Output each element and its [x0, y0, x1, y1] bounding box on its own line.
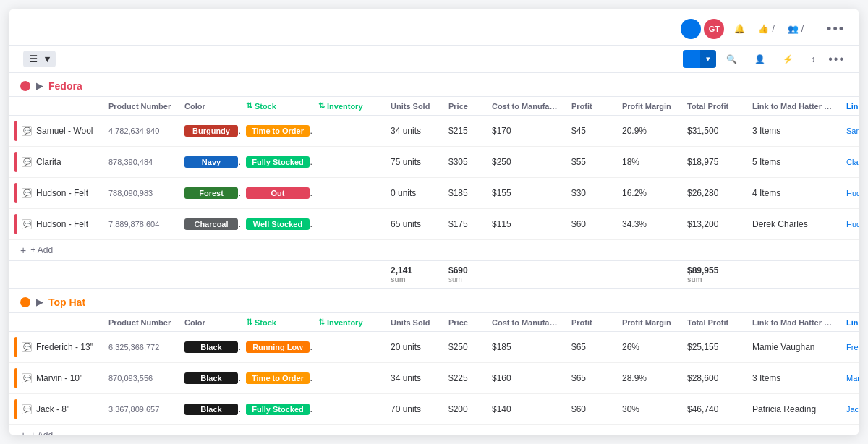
cell-units-sold: 65 units — [385, 214, 443, 234]
cell-profit-margin: 34.3% — [616, 214, 681, 234]
cell-price: $215 — [443, 121, 486, 141]
cell-profit-margin: 16.2% — [616, 183, 681, 203]
cell-stock[interactable]: Time to Order — [240, 367, 312, 389]
cell-color: Navy — [179, 151, 240, 173]
stock-pill[interactable]: Fully Stocked — [246, 404, 310, 415]
header-more-icon[interactable]: ••• — [827, 22, 845, 37]
cell-link-hatter: Frederich - 13" — [841, 338, 859, 357]
cell-stock[interactable]: Running Low — [240, 336, 312, 358]
stock-pill[interactable]: Time to Order — [246, 372, 310, 384]
stock-pill[interactable]: Running Low — [246, 341, 310, 353]
color-pill[interactable]: Black — [184, 404, 238, 415]
col-header-color: Color — [179, 314, 240, 331]
cell-product-num: 878,390,484 — [103, 153, 179, 171]
chat-icon[interactable]: 💬 — [22, 126, 32, 136]
person-icon: 👤 — [754, 54, 765, 64]
chat-icon[interactable]: 💬 — [22, 188, 32, 198]
stock-pill[interactable]: Out — [246, 187, 310, 199]
group-collapse-icon[interactable]: ▶ — [36, 297, 43, 307]
cell-profit: $60 — [566, 399, 616, 419]
col-header-link-orders: Link to Mad Hatter Orders — [746, 98, 841, 115]
cell-cost: $170 — [486, 121, 566, 141]
table-row[interactable]: 💬 Frederich - 13" 6,325,366,772 Black Ru… — [9, 332, 859, 363]
group-fedora: ▶ Fedora Product Number Color ⇅ Stock ⇅ … — [9, 73, 859, 289]
col-header-profit-margin: Profit Margin — [616, 98, 681, 115]
notifications-stat: 🔔 — [734, 24, 748, 34]
new-item-dropdown-button[interactable]: ▾ — [700, 50, 716, 68]
cell-stock[interactable]: Well Stocked — [240, 213, 312, 235]
sort-button[interactable]: ↕ — [807, 51, 822, 67]
stock-pill[interactable]: Fully Stocked — [246, 156, 310, 168]
cell-name: 💬 Clarita — [9, 147, 103, 177]
table-row[interactable]: 💬 Clarita 878,390,484 Navy Fully Stocked… — [9, 147, 859, 178]
add-row-button[interactable]: + + Add — [9, 425, 859, 435]
chat-icon[interactable]: 💬 — [22, 157, 32, 167]
color-pill[interactable]: Charcoal — [184, 218, 238, 230]
chevron-down-icon: ▾ — [45, 54, 50, 64]
col-header-link-hatter: Link to Mad Hatter i... — [841, 98, 859, 115]
cell-stock[interactable]: Fully Stocked — [240, 398, 312, 420]
table-row[interactable]: 💬 Hudson - Felt 788,090,983 Forest Out 0… — [9, 178, 859, 209]
row-name: Hudson - Felt — [36, 188, 88, 198]
col-header-cost: Cost to Manufacture — [486, 98, 566, 115]
group-collapse-icon[interactable]: ▶ — [36, 81, 43, 91]
toolbar-right: ▾ 🔍 👤 ⚡ ↕ ••• — [683, 50, 845, 68]
add-row-button[interactable]: + + Add — [9, 240, 859, 260]
stock-pill[interactable]: Time to Order — [246, 125, 310, 137]
toolbar-left: ☰ ▾ — [23, 51, 56, 67]
chat-icon[interactable]: 💬 — [22, 219, 32, 229]
sort-stock-icon[interactable]: ⇅ — [246, 317, 252, 327]
cell-cost: $155 — [486, 183, 566, 203]
color-pill[interactable]: Black — [184, 372, 238, 384]
chat-icon[interactable]: 💬 — [22, 373, 32, 383]
sum-profit-margin — [616, 270, 681, 279]
col-header-product-num: Product Number — [103, 98, 179, 115]
cell-total-profit: $18,975 — [681, 152, 746, 172]
col-header-color: Color — [179, 98, 240, 115]
cell-stock[interactable]: Fully Stocked — [240, 151, 312, 173]
cell-price: $225 — [443, 368, 486, 388]
color-pill[interactable]: Burgundy — [184, 125, 238, 137]
cell-profit: $45 — [566, 121, 616, 141]
sum-inventory — [312, 270, 385, 279]
filter-button[interactable]: ⚡ — [778, 51, 801, 67]
cell-cost: $185 — [486, 337, 566, 357]
table-row[interactable]: 💬 Samuel - Wool 4,782,634,940 Burgundy T… — [9, 116, 859, 147]
col-header-profit: Profit — [566, 98, 616, 115]
toolbar-more-icon[interactable]: ••• — [828, 53, 845, 66]
table-row[interactable]: 💬 Marvin - 10" 870,093,556 Black Time to… — [9, 363, 859, 394]
cell-inventory — [312, 219, 385, 229]
cell-profit-margin: 30% — [616, 399, 681, 419]
sort-inv-icon[interactable]: ⇅ — [318, 101, 325, 111]
cell-stock[interactable]: Out — [240, 182, 312, 204]
table-view-button[interactable]: ☰ ▾ — [23, 51, 56, 67]
sum-price: $690sum — [443, 261, 486, 288]
search-icon: 🔍 — [726, 54, 737, 64]
person-button[interactable]: 👤 — [750, 51, 773, 67]
toolbar: ☰ ▾ ▾ 🔍 👤 ⚡ ↕ — [9, 46, 859, 73]
cell-profit-margin: 18% — [616, 152, 681, 172]
add-icon: + — [20, 244, 26, 256]
sort-stock-icon[interactable]: ⇅ — [246, 101, 252, 111]
chat-icon[interactable]: 💬 — [22, 342, 32, 352]
color-pill[interactable]: Navy — [184, 156, 238, 168]
table-row[interactable]: 💬 Jack - 8" 3,367,809,657 Black Fully St… — [9, 394, 859, 425]
cell-color: Charcoal — [179, 213, 240, 235]
cell-inventory — [312, 188, 385, 198]
color-pill[interactable]: Forest — [184, 187, 238, 199]
new-item-button[interactable] — [683, 50, 700, 68]
col-header-name — [9, 318, 103, 327]
cell-total-profit: $28,600 — [681, 368, 746, 388]
cell-profit-margin: 28.9% — [616, 368, 681, 388]
table-row[interactable]: 💬 Hudson - Felt 7,889,878,604 Charcoal W… — [9, 209, 859, 240]
search-button[interactable]: 🔍 — [722, 51, 744, 67]
row-name: Hudson - Felt — [36, 219, 88, 229]
sort-inv-icon[interactable]: ⇅ — [318, 317, 325, 327]
add-icon: + — [20, 430, 26, 435]
color-pill[interactable]: Black — [184, 341, 238, 353]
cell-link-orders: 5 Items — [746, 152, 841, 172]
cell-stock[interactable]: Time to Order — [240, 120, 312, 142]
stock-pill[interactable]: Well Stocked — [246, 218, 310, 230]
chat-icon[interactable]: 💬 — [22, 404, 32, 414]
cell-profit-margin: 20.9% — [616, 121, 681, 141]
